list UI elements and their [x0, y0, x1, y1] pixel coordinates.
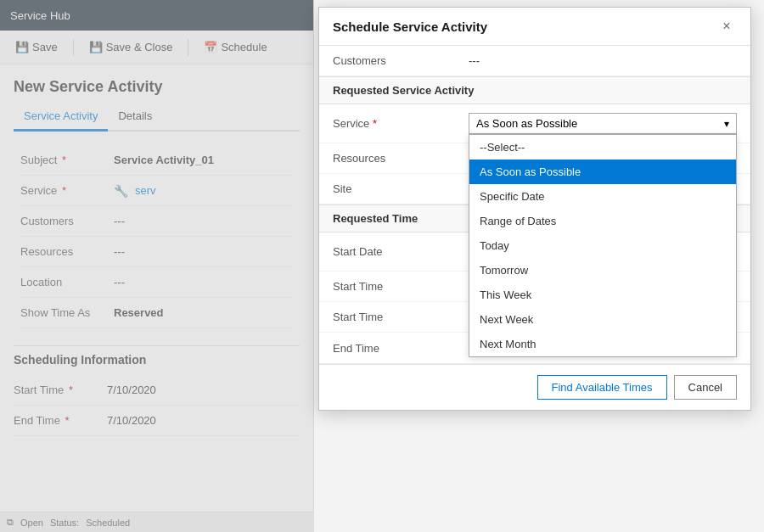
dropdown-selected-display[interactable]: As Soon as Possible: [469, 113, 737, 134]
modal-overlay: [0, 0, 314, 532]
dropdown-list[interactable]: --Select-- As Soon as Possible Specific …: [469, 134, 737, 357]
dropdown-item-range-of-dates[interactable]: Range of Dates: [469, 209, 736, 233]
modal-dialog: Schedule Service Activity × Customers --…: [318, 7, 751, 411]
modal-service-required: *: [373, 117, 377, 130]
modal-site-label: Site: [333, 182, 469, 195]
modal-footer: Find Available Times Cancel: [319, 364, 750, 410]
dropdown-selected-text: As Soon as Possible: [476, 117, 577, 130]
dropdown-item-select[interactable]: --Select--: [469, 135, 736, 160]
find-available-times-button[interactable]: Find Available Times: [537, 375, 667, 400]
modal-start-date-label: Start Date: [333, 245, 469, 258]
service-date-dropdown[interactable]: As Soon as Possible --Select-- As Soon a…: [469, 113, 737, 134]
dropdown-item-today[interactable]: Today: [469, 233, 736, 258]
modal-start-time-label: Start Time: [333, 311, 469, 323]
modal-customers-value: ---: [469, 54, 737, 67]
modal-service-row: Service * As Soon as Possible --Select--…: [319, 104, 750, 143]
dropdown-item-next-week[interactable]: Next Week: [469, 307, 736, 332]
dropdown-item-specific-date[interactable]: Specific Date: [469, 184, 736, 209]
chevron-down-icon: [724, 117, 729, 130]
modal-body: Customers --- Requested Service Activity…: [319, 46, 750, 364]
modal-service-label: Service *: [333, 117, 469, 130]
modal-customers-row: Customers ---: [319, 46, 750, 76]
modal-close-button[interactable]: ×: [716, 16, 737, 36]
modal-title: Schedule Service Activity: [333, 20, 487, 34]
modal-titlebar: Schedule Service Activity ×: [319, 8, 750, 46]
dropdown-item-tomorrow[interactable]: Tomorrow: [469, 258, 736, 283]
modal-resources-label: Resources: [333, 152, 469, 165]
requested-service-header: Requested Service Activity: [319, 76, 750, 104]
modal-start-time-section-label: Start Time: [333, 280, 469, 293]
modal-end-time-label: End Time: [333, 342, 469, 355]
dropdown-item-next-month[interactable]: Next Month: [469, 332, 736, 356]
dropdown-item-asap[interactable]: As Soon as Possible: [469, 160, 736, 184]
cancel-button[interactable]: Cancel: [674, 375, 737, 400]
modal-customers-label: Customers: [333, 54, 469, 67]
dropdown-item-this-week[interactable]: This Week: [469, 283, 736, 307]
